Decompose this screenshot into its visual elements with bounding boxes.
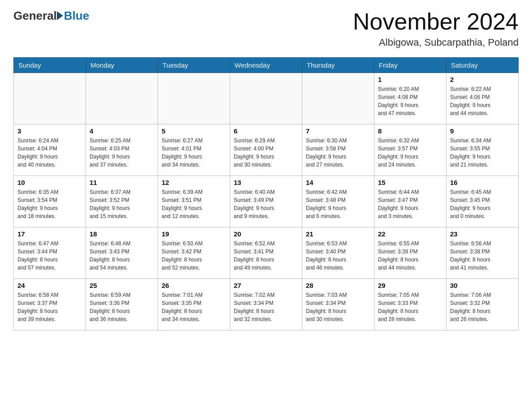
calendar-cell: 10Sunrise: 6:35 AM Sunset: 3:54 PM Dayli… xyxy=(14,176,86,227)
calendar-cell xyxy=(86,73,158,124)
day-number: 3 xyxy=(17,127,82,135)
day-info: Sunrise: 6:56 AM Sunset: 3:38 PM Dayligh… xyxy=(450,240,515,272)
day-number: 5 xyxy=(162,127,226,135)
calendar-cell: 11Sunrise: 6:37 AM Sunset: 3:52 PM Dayli… xyxy=(86,176,158,227)
day-number: 29 xyxy=(378,282,442,289)
day-info: Sunrise: 7:01 AM Sunset: 3:35 PM Dayligh… xyxy=(162,291,226,323)
day-info: Sunrise: 6:48 AM Sunset: 3:43 PM Dayligh… xyxy=(90,240,154,272)
calendar-table: SundayMondayTuesdayWednesdayThursdayFrid… xyxy=(13,57,519,330)
day-number: 20 xyxy=(234,230,298,238)
calendar-cell: 13Sunrise: 6:40 AM Sunset: 3:49 PM Dayli… xyxy=(230,176,302,227)
calendar-week-row: 17Sunrise: 6:47 AM Sunset: 3:44 PM Dayli… xyxy=(14,227,519,279)
calendar-cell: 19Sunrise: 6:50 AM Sunset: 3:42 PM Dayli… xyxy=(158,227,230,279)
day-number: 12 xyxy=(162,179,226,186)
day-number: 17 xyxy=(17,230,82,238)
calendar-cell xyxy=(14,73,86,124)
calendar-cell: 12Sunrise: 6:39 AM Sunset: 3:51 PM Dayli… xyxy=(158,176,230,227)
day-number: 25 xyxy=(90,282,154,289)
day-number: 24 xyxy=(17,282,82,289)
day-info: Sunrise: 6:52 AM Sunset: 3:41 PM Dayligh… xyxy=(234,240,298,272)
day-number: 10 xyxy=(17,179,82,186)
calendar-cell: 2Sunrise: 6:22 AM Sunset: 4:06 PM Daylig… xyxy=(446,73,519,124)
day-number: 21 xyxy=(306,230,370,238)
calendar-cell: 27Sunrise: 7:02 AM Sunset: 3:34 PM Dayli… xyxy=(230,279,302,330)
month-title: November 2024 xyxy=(353,9,519,34)
day-number: 13 xyxy=(234,179,298,186)
day-info: Sunrise: 6:45 AM Sunset: 3:45 PM Dayligh… xyxy=(450,188,515,220)
day-info: Sunrise: 6:24 AM Sunset: 4:04 PM Dayligh… xyxy=(17,137,82,169)
day-number: 11 xyxy=(90,179,154,186)
day-info: Sunrise: 6:47 AM Sunset: 3:44 PM Dayligh… xyxy=(17,240,82,272)
calendar-cell: 3Sunrise: 6:24 AM Sunset: 4:04 PM Daylig… xyxy=(14,124,86,176)
calendar-cell xyxy=(302,73,374,124)
calendar-cell: 30Sunrise: 7:06 AM Sunset: 3:32 PM Dayli… xyxy=(446,279,519,330)
calendar-cell: 15Sunrise: 6:44 AM Sunset: 3:47 PM Dayli… xyxy=(374,176,446,227)
calendar-cell: 28Sunrise: 7:03 AM Sunset: 3:34 PM Dayli… xyxy=(302,279,374,330)
day-info: Sunrise: 6:22 AM Sunset: 4:06 PM Dayligh… xyxy=(450,85,515,117)
day-info: Sunrise: 6:44 AM Sunset: 3:47 PM Dayligh… xyxy=(378,188,442,220)
day-of-week-header: Tuesday xyxy=(158,58,230,73)
day-info: Sunrise: 6:39 AM Sunset: 3:51 PM Dayligh… xyxy=(162,188,226,220)
day-number: 16 xyxy=(450,179,515,186)
day-number: 6 xyxy=(234,127,298,135)
day-number: 27 xyxy=(234,282,298,289)
day-info: Sunrise: 6:29 AM Sunset: 4:00 PM Dayligh… xyxy=(234,137,298,169)
calendar-cell: 17Sunrise: 6:47 AM Sunset: 3:44 PM Dayli… xyxy=(14,227,86,279)
calendar-cell: 8Sunrise: 6:32 AM Sunset: 3:57 PM Daylig… xyxy=(374,124,446,176)
day-number: 2 xyxy=(450,76,515,83)
day-number: 19 xyxy=(162,230,226,238)
day-number: 26 xyxy=(162,282,226,289)
day-number: 8 xyxy=(378,127,442,135)
calendar-cell: 16Sunrise: 6:45 AM Sunset: 3:45 PM Dayli… xyxy=(446,176,519,227)
day-of-week-header: Saturday xyxy=(446,58,519,73)
day-info: Sunrise: 7:06 AM Sunset: 3:32 PM Dayligh… xyxy=(450,291,515,323)
title-section: November 2024 Albigowa, Subcarpathia, Po… xyxy=(353,9,519,48)
calendar-cell: 24Sunrise: 6:58 AM Sunset: 3:37 PM Dayli… xyxy=(14,279,86,330)
calendar-cell xyxy=(158,73,230,124)
day-info: Sunrise: 6:30 AM Sunset: 3:58 PM Dayligh… xyxy=(306,137,370,169)
location-title: Albigowa, Subcarpathia, Poland xyxy=(353,37,519,48)
logo-general: General xyxy=(13,9,57,23)
day-info: Sunrise: 7:03 AM Sunset: 3:34 PM Dayligh… xyxy=(306,291,370,323)
day-info: Sunrise: 6:50 AM Sunset: 3:42 PM Dayligh… xyxy=(162,240,226,272)
logo-blue-part: Blue xyxy=(57,9,89,23)
day-info: Sunrise: 7:05 AM Sunset: 3:33 PM Dayligh… xyxy=(378,291,442,323)
calendar-cell: 29Sunrise: 7:05 AM Sunset: 3:33 PM Dayli… xyxy=(374,279,446,330)
day-info: Sunrise: 6:25 AM Sunset: 4:03 PM Dayligh… xyxy=(90,137,154,169)
day-number: 1 xyxy=(378,76,442,83)
day-info: Sunrise: 7:02 AM Sunset: 3:34 PM Dayligh… xyxy=(234,291,298,323)
calendar-cell: 1Sunrise: 6:20 AM Sunset: 4:08 PM Daylig… xyxy=(374,73,446,124)
calendar-cell: 25Sunrise: 6:59 AM Sunset: 3:36 PM Dayli… xyxy=(86,279,158,330)
calendar-cell: 20Sunrise: 6:52 AM Sunset: 3:41 PM Dayli… xyxy=(230,227,302,279)
calendar-week-row: 10Sunrise: 6:35 AM Sunset: 3:54 PM Dayli… xyxy=(14,176,519,227)
calendar-cell: 6Sunrise: 6:29 AM Sunset: 4:00 PM Daylig… xyxy=(230,124,302,176)
day-info: Sunrise: 6:40 AM Sunset: 3:49 PM Dayligh… xyxy=(234,188,298,220)
day-number: 30 xyxy=(450,282,515,289)
calendar-cell: 9Sunrise: 6:34 AM Sunset: 3:55 PM Daylig… xyxy=(446,124,519,176)
calendar-cell: 7Sunrise: 6:30 AM Sunset: 3:58 PM Daylig… xyxy=(302,124,374,176)
calendar-cell: 21Sunrise: 6:53 AM Sunset: 3:40 PM Dayli… xyxy=(302,227,374,279)
day-number: 15 xyxy=(378,179,442,186)
page-header: General Blue November 2024 Albigowa, Sub… xyxy=(13,9,519,48)
calendar-week-row: 24Sunrise: 6:58 AM Sunset: 3:37 PM Dayli… xyxy=(14,279,519,330)
day-number: 28 xyxy=(306,282,370,289)
day-number: 22 xyxy=(378,230,442,238)
day-info: Sunrise: 6:42 AM Sunset: 3:48 PM Dayligh… xyxy=(306,188,370,220)
day-info: Sunrise: 6:20 AM Sunset: 4:08 PM Dayligh… xyxy=(378,85,442,117)
logo-arrow-icon xyxy=(57,11,63,20)
day-of-week-header: Thursday xyxy=(302,58,374,73)
calendar-header-row: SundayMondayTuesdayWednesdayThursdayFrid… xyxy=(14,58,519,73)
day-of-week-header: Wednesday xyxy=(230,58,302,73)
day-of-week-header: Sunday xyxy=(14,58,86,73)
day-info: Sunrise: 6:27 AM Sunset: 4:01 PM Dayligh… xyxy=(162,137,226,169)
logo-blue-text: Blue xyxy=(64,9,89,23)
day-number: 9 xyxy=(450,127,515,135)
calendar-cell: 26Sunrise: 7:01 AM Sunset: 3:35 PM Dayli… xyxy=(158,279,230,330)
day-info: Sunrise: 6:55 AM Sunset: 3:39 PM Dayligh… xyxy=(378,240,442,272)
calendar-cell xyxy=(230,73,302,124)
day-number: 18 xyxy=(90,230,154,238)
day-number: 4 xyxy=(90,127,154,135)
day-info: Sunrise: 6:35 AM Sunset: 3:54 PM Dayligh… xyxy=(17,188,82,220)
day-of-week-header: Friday xyxy=(374,58,446,73)
calendar-cell: 23Sunrise: 6:56 AM Sunset: 3:38 PM Dayli… xyxy=(446,227,519,279)
